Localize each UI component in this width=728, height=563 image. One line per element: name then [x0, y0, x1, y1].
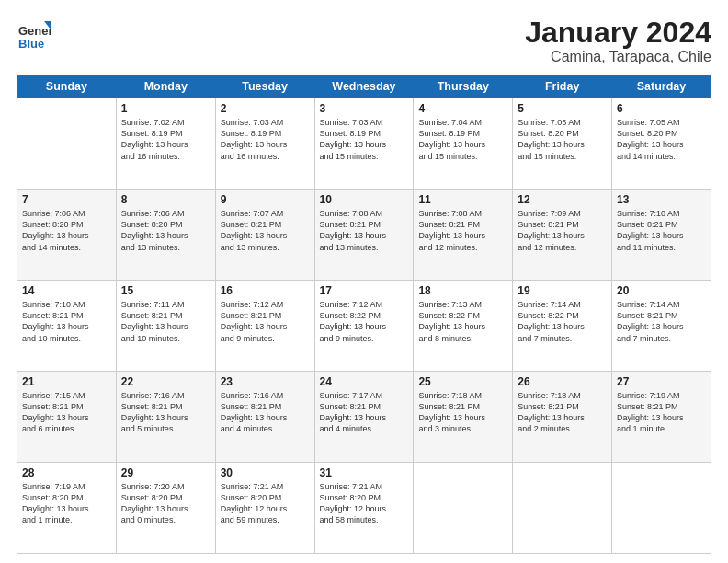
day-of-week-header: Thursday — [414, 75, 513, 98]
day-number: 31 — [320, 466, 409, 479]
calendar-table: SundayMondayTuesdayWednesdayThursdayFrid… — [17, 75, 711, 554]
day-number: 12 — [518, 193, 607, 206]
cell-info: Sunrise: 7:06 AMSunset: 8:20 PMDaylight:… — [22, 208, 111, 253]
cell-info: Sunrise: 7:18 AMSunset: 8:21 PMDaylight:… — [418, 390, 507, 435]
svg-text:General: General — [18, 24, 51, 38]
calendar-cell: 4Sunrise: 7:04 AMSunset: 8:19 PMDaylight… — [414, 98, 513, 190]
page: General Blue January 2024 Camina, Tarapa… — [0, 0, 728, 563]
title-block: January 2024 Camina, Tarapaca, Chile — [525, 17, 711, 65]
calendar-cell — [612, 463, 711, 554]
header: General Blue January 2024 Camina, Tarapa… — [17, 17, 711, 65]
cell-info: Sunrise: 7:15 AMSunset: 8:21 PMDaylight:… — [22, 390, 111, 435]
calendar-cell: 20Sunrise: 7:14 AMSunset: 8:21 PMDayligh… — [612, 281, 711, 372]
logo: General Blue — [17, 17, 53, 52]
calendar-cell: 14Sunrise: 7:10 AMSunset: 8:21 PMDayligh… — [17, 281, 117, 372]
calendar-cell: 5Sunrise: 7:05 AMSunset: 8:20 PMDaylight… — [513, 98, 612, 190]
logo-icon: General Blue — [17, 17, 51, 52]
cell-info: Sunrise: 7:09 AMSunset: 8:21 PMDaylight:… — [518, 208, 607, 253]
title-location: Camina, Tarapaca, Chile — [525, 49, 711, 65]
calendar-cell: 22Sunrise: 7:16 AMSunset: 8:21 PMDayligh… — [116, 372, 215, 463]
calendar-cell: 7Sunrise: 7:06 AMSunset: 8:20 PMDaylight… — [17, 190, 117, 281]
calendar-cell: 25Sunrise: 7:18 AMSunset: 8:21 PMDayligh… — [414, 372, 513, 463]
day-number: 15 — [121, 284, 210, 297]
cell-info: Sunrise: 7:05 AMSunset: 8:20 PMDaylight:… — [518, 117, 607, 162]
day-of-week-header: Friday — [513, 75, 612, 98]
calendar-cell: 2Sunrise: 7:03 AMSunset: 8:19 PMDaylight… — [215, 98, 314, 190]
calendar-cell: 28Sunrise: 7:19 AMSunset: 8:20 PMDayligh… — [17, 463, 117, 554]
day-number: 1 — [121, 102, 210, 115]
day-number: 3 — [320, 102, 409, 115]
cell-info: Sunrise: 7:03 AMSunset: 8:19 PMDaylight:… — [320, 117, 409, 162]
cell-info: Sunrise: 7:08 AMSunset: 8:21 PMDaylight:… — [320, 208, 409, 253]
cell-info: Sunrise: 7:10 AMSunset: 8:21 PMDaylight:… — [22, 299, 111, 344]
day-number: 26 — [518, 375, 607, 388]
cell-info: Sunrise: 7:21 AMSunset: 8:20 PMDaylight:… — [320, 481, 409, 526]
cell-info: Sunrise: 7:05 AMSunset: 8:20 PMDaylight:… — [617, 117, 706, 162]
title-month: January 2024 — [525, 17, 711, 49]
calendar-cell: 27Sunrise: 7:19 AMSunset: 8:21 PMDayligh… — [612, 372, 711, 463]
cell-info: Sunrise: 7:07 AMSunset: 8:21 PMDaylight:… — [221, 208, 310, 253]
cell-info: Sunrise: 7:20 AMSunset: 8:20 PMDaylight:… — [121, 481, 210, 526]
day-number: 21 — [22, 375, 111, 388]
calendar-cell: 1Sunrise: 7:02 AMSunset: 8:19 PMDaylight… — [116, 98, 215, 190]
cell-info: Sunrise: 7:14 AMSunset: 8:22 PMDaylight:… — [518, 299, 607, 344]
calendar-cell: 23Sunrise: 7:16 AMSunset: 8:21 PMDayligh… — [215, 372, 314, 463]
day-number: 14 — [22, 284, 111, 297]
day-number: 18 — [418, 284, 507, 297]
cell-info: Sunrise: 7:08 AMSunset: 8:21 PMDaylight:… — [418, 208, 507, 253]
calendar-cell: 21Sunrise: 7:15 AMSunset: 8:21 PMDayligh… — [17, 372, 117, 463]
day-number: 9 — [221, 193, 310, 206]
calendar-cell: 30Sunrise: 7:21 AMSunset: 8:20 PMDayligh… — [215, 463, 314, 554]
day-number: 27 — [617, 375, 706, 388]
calendar-cell: 6Sunrise: 7:05 AMSunset: 8:20 PMDaylight… — [612, 98, 711, 190]
day-of-week-header: Wednesday — [314, 75, 414, 98]
day-number: 22 — [121, 375, 210, 388]
calendar-cell — [17, 98, 117, 190]
cell-info: Sunrise: 7:12 AMSunset: 8:22 PMDaylight:… — [320, 299, 409, 344]
calendar-cell: 17Sunrise: 7:12 AMSunset: 8:22 PMDayligh… — [314, 281, 414, 372]
calendar-cell: 10Sunrise: 7:08 AMSunset: 8:21 PMDayligh… — [314, 190, 414, 281]
day-of-week-header: Monday — [116, 75, 215, 98]
day-number: 13 — [617, 193, 706, 206]
cell-info: Sunrise: 7:17 AMSunset: 8:21 PMDaylight:… — [320, 390, 409, 435]
calendar-cell: 24Sunrise: 7:17 AMSunset: 8:21 PMDayligh… — [314, 372, 414, 463]
day-of-week-header: Tuesday — [215, 75, 314, 98]
day-number: 8 — [121, 193, 210, 206]
day-number: 30 — [221, 466, 310, 479]
day-number: 29 — [121, 466, 210, 479]
day-number: 25 — [418, 375, 507, 388]
cell-info: Sunrise: 7:16 AMSunset: 8:21 PMDaylight:… — [221, 390, 310, 435]
day-number: 5 — [518, 102, 607, 115]
calendar-cell: 9Sunrise: 7:07 AMSunset: 8:21 PMDaylight… — [215, 190, 314, 281]
calendar-cell: 3Sunrise: 7:03 AMSunset: 8:19 PMDaylight… — [314, 98, 414, 190]
calendar-cell: 15Sunrise: 7:11 AMSunset: 8:21 PMDayligh… — [116, 281, 215, 372]
cell-info: Sunrise: 7:12 AMSunset: 8:21 PMDaylight:… — [221, 299, 310, 344]
cell-info: Sunrise: 7:19 AMSunset: 8:21 PMDaylight:… — [617, 390, 706, 435]
calendar-cell: 13Sunrise: 7:10 AMSunset: 8:21 PMDayligh… — [612, 190, 711, 281]
cell-info: Sunrise: 7:11 AMSunset: 8:21 PMDaylight:… — [121, 299, 210, 344]
calendar-cell: 31Sunrise: 7:21 AMSunset: 8:20 PMDayligh… — [314, 463, 414, 554]
cell-info: Sunrise: 7:03 AMSunset: 8:19 PMDaylight:… — [221, 117, 310, 162]
day-number: 24 — [320, 375, 409, 388]
cell-info: Sunrise: 7:21 AMSunset: 8:20 PMDaylight:… — [221, 481, 310, 526]
day-number: 17 — [320, 284, 409, 297]
day-number: 28 — [22, 466, 111, 479]
calendar-cell: 11Sunrise: 7:08 AMSunset: 8:21 PMDayligh… — [414, 190, 513, 281]
calendar-cell: 18Sunrise: 7:13 AMSunset: 8:22 PMDayligh… — [414, 281, 513, 372]
day-number: 4 — [418, 102, 507, 115]
day-number: 16 — [221, 284, 310, 297]
calendar-cell: 16Sunrise: 7:12 AMSunset: 8:21 PMDayligh… — [215, 281, 314, 372]
cell-info: Sunrise: 7:18 AMSunset: 8:21 PMDaylight:… — [518, 390, 607, 435]
day-number: 20 — [617, 284, 706, 297]
calendar-cell: 29Sunrise: 7:20 AMSunset: 8:20 PMDayligh… — [116, 463, 215, 554]
day-of-week-header: Sunday — [17, 75, 117, 98]
day-number: 6 — [617, 102, 706, 115]
calendar-cell — [414, 463, 513, 554]
day-number: 10 — [320, 193, 409, 206]
calendar-cell — [513, 463, 612, 554]
calendar-cell: 12Sunrise: 7:09 AMSunset: 8:21 PMDayligh… — [513, 190, 612, 281]
cell-info: Sunrise: 7:06 AMSunset: 8:20 PMDaylight:… — [121, 208, 210, 253]
cell-info: Sunrise: 7:02 AMSunset: 8:19 PMDaylight:… — [121, 117, 210, 162]
calendar-cell: 19Sunrise: 7:14 AMSunset: 8:22 PMDayligh… — [513, 281, 612, 372]
calendar-cell: 26Sunrise: 7:18 AMSunset: 8:21 PMDayligh… — [513, 372, 612, 463]
